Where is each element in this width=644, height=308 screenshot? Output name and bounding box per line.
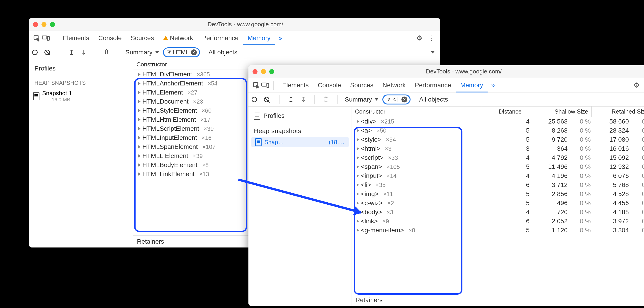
disclose-icon[interactable] — [357, 192, 359, 196]
download-icon[interactable]: ↧ — [80, 48, 88, 56]
clear-icon[interactable] — [264, 97, 272, 102]
clear-filter-icon[interactable]: ✕ — [191, 50, 197, 55]
disclose-icon[interactable] — [138, 82, 140, 85]
table-row[interactable]: <g-menu-item> ×8 5 1 120 0 % 3 304 0 % — [352, 226, 644, 235]
gc-icon[interactable] — [322, 95, 330, 104]
column-distance[interactable]: Distance — [482, 106, 525, 117]
disclose-icon[interactable] — [357, 229, 359, 232]
retainers-pane-title[interactable]: Retainers — [352, 294, 644, 306]
table-row[interactable]: <link> ×9 6 2 052 0 % 3 972 0 % — [352, 217, 644, 226]
disclose-icon[interactable] — [138, 172, 140, 176]
disclose-icon[interactable] — [357, 220, 359, 223]
tab-sources[interactable]: Sources — [126, 31, 158, 45]
table-row[interactable]: <div> ×215 4 25 568 0 % 58 660 0 % — [352, 117, 644, 126]
disclose-icon[interactable] — [138, 100, 140, 103]
tab-elements[interactable]: Elements — [278, 78, 313, 92]
tab-label: Memory — [248, 34, 270, 42]
disclose-icon[interactable] — [357, 165, 359, 168]
minimize-icon[interactable] — [261, 69, 266, 74]
instance-count: ×107 — [200, 144, 216, 150]
record-icon[interactable] — [32, 50, 40, 55]
upload-icon[interactable]: ↥ — [287, 96, 295, 103]
clear-icon[interactable] — [44, 50, 52, 55]
table-row[interactable]: <img> ×11 5 2 856 0 % 4 528 0 % — [352, 190, 644, 198]
disclose-icon[interactable] — [138, 118, 140, 121]
disclose-icon[interactable] — [357, 156, 359, 159]
disclose-icon[interactable] — [357, 138, 359, 141]
disclose-icon[interactable] — [138, 164, 140, 166]
minimize-icon[interactable] — [42, 22, 46, 27]
view-select[interactable]: Summary — [345, 96, 378, 103]
class-filter-input[interactable]: ⧩ < ✕ — [382, 94, 410, 104]
close-icon[interactable] — [252, 69, 258, 74]
gc-icon[interactable] — [102, 48, 110, 56]
disclose-icon[interactable] — [357, 183, 359, 186]
disclose-icon[interactable] — [357, 174, 359, 178]
inspect-icon[interactable] — [252, 81, 260, 89]
column-shallow-size[interactable]: Shallow Size — [525, 106, 592, 117]
constructor-name: <body> — [361, 208, 382, 216]
table-row[interactable]: <style> ×54 5 9 720 0 % 17 080 0 % — [352, 135, 644, 144]
tab-performance[interactable]: Performance — [198, 31, 243, 45]
retained-size-value: 4 456 — [594, 200, 631, 207]
tab-sources[interactable]: Sources — [346, 78, 378, 92]
table-row[interactable]: <input> ×14 4 4 196 0 % 6 076 0 % — [352, 171, 644, 180]
device-icon[interactable] — [261, 81, 269, 89]
snapshot-item[interactable]: Snapshot 1 16.0 MB — [29, 88, 133, 104]
zoom-icon[interactable] — [50, 22, 55, 27]
tab-console[interactable]: Console — [94, 31, 126, 45]
tab-console[interactable]: Console — [313, 78, 346, 92]
table-row[interactable]: <li> ×35 6 3 712 0 % 5 768 0 % — [352, 180, 644, 190]
inspect-icon[interactable] — [33, 34, 41, 42]
tab-memory[interactable]: Memory — [456, 78, 488, 92]
snapshot-icon — [255, 138, 262, 146]
disclose-icon[interactable] — [138, 127, 140, 130]
disclose-icon[interactable] — [357, 202, 359, 205]
class-filter-input[interactable]: ⧩ HTML ✕ — [163, 47, 200, 57]
disclose-icon[interactable] — [138, 109, 140, 112]
disclose-icon[interactable] — [357, 129, 359, 132]
scope-select[interactable]: All objects — [208, 49, 238, 56]
disclose-icon[interactable] — [138, 91, 140, 94]
table-row[interactable]: <script> ×33 4 4 792 0 % 15 092 0 % — [352, 153, 644, 162]
disclose-icon[interactable] — [138, 154, 140, 158]
column-retained-size[interactable]: Retained Size — [592, 106, 644, 117]
disclose-icon[interactable] — [357, 120, 359, 123]
zoom-icon[interactable] — [269, 69, 274, 74]
disclose-icon[interactable] — [357, 147, 359, 150]
view-select[interactable]: Summary — [125, 49, 159, 56]
more-tabs-icon[interactable]: » — [276, 34, 285, 42]
table-row[interactable]: <body> ×3 4 720 0 % 4 188 0 % — [352, 208, 644, 217]
table-row[interactable]: <a> ×50 5 8 268 0 % 28 324 0 % — [352, 126, 644, 135]
disclose-icon[interactable] — [357, 210, 359, 214]
gear-icon[interactable]: ⚙ — [413, 34, 426, 42]
table-row[interactable]: <html> ×3 3 364 0 % 16 016 0 % — [352, 144, 644, 153]
tab-network[interactable]: Network — [378, 78, 410, 92]
more-tabs-icon[interactable]: » — [488, 82, 498, 89]
close-icon[interactable] — [33, 22, 38, 27]
distance-value: 5 — [490, 227, 533, 234]
table-row[interactable]: <c-wiz> ×2 5 496 0 % 4 456 0 % — [352, 198, 644, 208]
scope-select[interactable]: All objects — [419, 96, 448, 103]
retained-size-pct: 0 % — [631, 145, 644, 152]
disclose-icon[interactable] — [138, 73, 140, 76]
tab-performance[interactable]: Performance — [410, 78, 456, 92]
kebab-icon[interactable]: ⋮ — [426, 34, 436, 42]
snapshot-item[interactable]: Snap… (18.… — [251, 137, 349, 147]
disclose-icon[interactable] — [138, 145, 140, 148]
device-icon[interactable] — [42, 34, 50, 42]
disclose-icon[interactable] — [138, 136, 140, 140]
clear-filter-icon[interactable]: ✕ — [402, 96, 407, 102]
upload-icon[interactable]: ↥ — [67, 48, 76, 56]
tab-elements[interactable]: Elements — [58, 31, 94, 45]
download-icon[interactable]: ↧ — [299, 96, 307, 103]
tab-network[interactable]: Network — [158, 31, 198, 45]
table-row[interactable]: <span> ×105 5 11 496 0 % 12 932 0 % — [352, 162, 644, 171]
retained-size-pct: 0 % — [631, 136, 644, 143]
record-icon[interactable] — [252, 97, 260, 102]
retained-size-value: 58 660 — [594, 118, 631, 125]
column-constructor[interactable]: Constructor — [352, 106, 482, 117]
shallow-size-pct: 0 % — [570, 218, 594, 225]
tab-memory[interactable]: Memory — [243, 31, 275, 45]
gear-icon[interactable]: ⚙ — [630, 81, 643, 89]
